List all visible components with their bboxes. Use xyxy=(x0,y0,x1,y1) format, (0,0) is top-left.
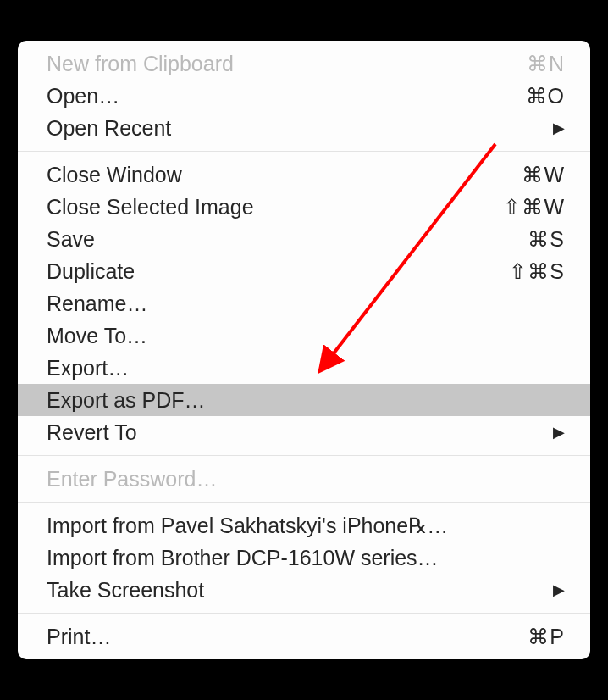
menu-shortcut: ⌘P xyxy=(528,623,565,650)
menu-item-export-as-pdf[interactable]: Export as PDF… xyxy=(18,384,590,416)
menu-separator xyxy=(18,613,590,614)
menu-label: Rename… xyxy=(47,290,565,317)
menu-item-save[interactable]: Save ⌘S xyxy=(18,223,590,255)
menu-shortcut: ⇧⌘S xyxy=(509,258,565,285)
menu-shortcut: ⌘S xyxy=(528,225,565,253)
menu-label: Take Screenshot xyxy=(47,576,553,603)
menu-label: Close Window xyxy=(47,161,522,188)
menu-label: New from Clipboard xyxy=(47,50,527,77)
menu-label: Export… xyxy=(47,354,565,381)
menu-label: Move To… xyxy=(47,322,565,349)
menu-item-export[interactable]: Export… xyxy=(18,352,590,384)
chevron-right-icon: ▶ xyxy=(553,576,565,603)
menu-shortcut: ⌘W xyxy=(522,161,565,188)
menu-label: Import from Brother DCP-1610W series… xyxy=(47,544,565,571)
menu-shortcut: ⇧⌘W xyxy=(503,193,565,220)
menu-item-new-from-clipboard: New from Clipboard ⌘N xyxy=(18,47,590,80)
menu-shortcut: ⌘N xyxy=(527,50,565,77)
menu-item-import-iphone[interactable]: Import from Pavel Sakhatskyi's iPhone℞… xyxy=(18,509,590,542)
menu-label: Save xyxy=(47,225,528,253)
menu-label: Revert To xyxy=(47,419,553,446)
menu-label: Close Selected Image xyxy=(47,193,503,220)
menu-label: Open Recent xyxy=(47,114,553,142)
menu-item-close-window[interactable]: Close Window ⌘W xyxy=(18,158,590,191)
menu-item-move-to[interactable]: Move To… xyxy=(18,319,590,352)
menu-item-duplicate[interactable]: Duplicate ⇧⌘S xyxy=(18,255,590,287)
menu-label: Duplicate xyxy=(47,258,509,285)
menu-label: Open… xyxy=(47,82,526,109)
menu-item-open[interactable]: Open… ⌘O xyxy=(18,80,590,112)
context-menu: New from Clipboard ⌘N Open… ⌘O Open Rece… xyxy=(18,41,590,659)
menu-item-enter-password: Enter Password… xyxy=(18,463,590,495)
menu-label: Print… xyxy=(47,623,528,650)
menu-label: Export as PDF… xyxy=(47,386,565,414)
menu-label: Import from Pavel Sakhatskyi's iPhone℞… xyxy=(47,512,565,539)
menu-item-print[interactable]: Print… ⌘P xyxy=(18,620,590,653)
menu-item-close-selected-image[interactable]: Close Selected Image ⇧⌘W xyxy=(18,191,590,223)
menu-label: Enter Password… xyxy=(47,465,565,492)
menu-shortcut: ⌘O xyxy=(526,82,565,109)
menu-item-rename[interactable]: Rename… xyxy=(18,287,590,319)
menu-item-open-recent[interactable]: Open Recent ▶ xyxy=(18,112,590,144)
menu-separator xyxy=(18,151,590,152)
menu-item-revert-to[interactable]: Revert To ▶ xyxy=(18,416,590,448)
chevron-right-icon: ▶ xyxy=(553,114,565,142)
menu-item-take-screenshot[interactable]: Take Screenshot ▶ xyxy=(18,574,590,606)
menu-separator xyxy=(18,455,590,456)
menu-item-import-printer[interactable]: Import from Brother DCP-1610W series… xyxy=(18,542,590,574)
menu-separator xyxy=(18,502,590,503)
chevron-right-icon: ▶ xyxy=(553,419,565,446)
